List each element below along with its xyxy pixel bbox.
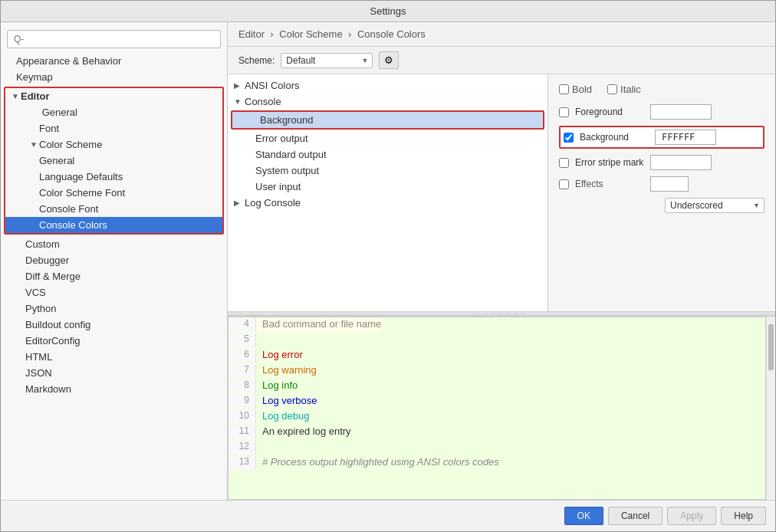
sidebar-item-label: Debugger [25,255,69,266]
error-stripe-checkbox[interactable] [559,158,569,168]
dialog-title: Settings [370,5,406,17]
sidebar-item-diff-merge[interactable]: Diff & Merge [1,268,227,284]
sidebar-item-editorconfig[interactable]: EditorConfig [1,333,227,349]
tree-item-label: System output [255,165,319,176]
preview-scrollbar[interactable] [766,317,775,500]
sidebar-item-label: Console Font [39,203,98,215]
preview-wrapper: 4 Bad command or file name 5 6 Log error [228,317,775,500]
scheme-bar: Scheme: Default Darcula High contrast ⚙ [228,47,775,74]
sidebar-item-python[interactable]: Python [1,300,227,317]
collapse-arrow-icon: ▼ [30,140,39,149]
tree-item-console[interactable]: ▼ Console [228,94,547,110]
sidebar-item-appearance[interactable]: Appearance & Behavior [1,53,227,69]
sidebar-item-markdown[interactable]: Markdown [1,381,227,397]
bold-label: Bold [572,84,592,95]
effects-type-select[interactable]: Underscored Bold underscored Dotted line… [665,198,764,213]
sidebar-item-json[interactable]: JSON [1,365,227,381]
help-button[interactable]: Help [721,507,766,525]
sidebar-item-color-scheme[interactable]: ▼ Color Scheme [5,136,222,153]
preview-line-10: 10 Log debug [229,409,765,425]
sidebar-item-label: Diff & Merge [25,271,81,282]
sidebar-item-label: VCS [25,287,46,298]
preview-code-area[interactable]: 4 Bad command or file name 5 6 Log error [228,317,766,500]
sidebar-item-console-font[interactable]: Console Font [5,201,222,217]
sidebar-item-general[interactable]: General [5,104,222,120]
bold-option: Bold [559,84,592,95]
line-text: An expired log entry [256,425,351,439]
effects-checkbox[interactable] [559,179,569,189]
sidebar-item-label: Color Scheme Font [39,187,125,199]
settings-dialog: Settings Appearance & Behavior Keymap ▼ … [0,0,776,532]
sidebar-item-editor[interactable]: ▼ Editor [5,88,222,104]
sidebar-item-cs-font[interactable]: Color Scheme Font [5,185,222,201]
tree-item-label: Error output [255,133,308,144]
sidebar-item-buildout[interactable]: Buildout config [1,317,227,333]
breadcrumb-part3: Console Colors [357,28,426,40]
scheme-select-wrap: Default Darcula High contrast [281,53,373,68]
main-panel: Editor › Color Scheme › Console Colors S… [228,22,775,500]
background-label: Background [580,132,649,143]
sidebar-item-label: Color Scheme [39,139,102,150]
tree-item-standard-output[interactable]: Standard output [228,146,547,163]
line-text: Log info [256,379,298,393]
titlebar: Settings [1,1,775,22]
italic-option: Italic [607,84,641,95]
bold-checkbox[interactable] [559,84,569,94]
tree-item-background[interactable]: Background [232,112,543,128]
error-stripe-color-input[interactable] [650,155,712,170]
sidebar-item-console-colors[interactable]: Console Colors [5,217,222,233]
tree-item-ansi-colors[interactable]: ▶ ANSI Colors [228,77,547,94]
foreground-row: Foreground [559,104,764,120]
ok-button[interactable]: OK [564,507,603,525]
effects-row: Effects [559,176,764,192]
sidebar-item-label: Console Colors [39,219,107,231]
background-row: Background [559,126,764,149]
sidebar-item-html[interactable]: HTML [1,349,227,365]
line-text: Log debug [256,410,309,424]
sidebar-item-label: JSON [25,367,52,379]
italic-checkbox[interactable] [607,84,617,94]
search-input[interactable] [7,30,221,48]
breadcrumb-part1: Editor [238,28,265,40]
collapse-arrow-icon: ▼ [234,97,245,106]
scheme-select[interactable]: Default Darcula High contrast [281,53,373,68]
sidebar-item-vcs[interactable]: VCS [1,284,227,300]
sidebar-item-cs-general[interactable]: General [5,153,222,169]
scrollbar-thumb[interactable] [768,324,774,370]
sidebar-item-keymap[interactable]: Keymap [1,69,227,85]
preview-area: 4 Bad command or file name 5 6 Log error [228,317,766,500]
tree-item-error-output[interactable]: Error output [228,130,547,146]
foreground-color-input[interactable] [650,104,712,120]
tree-item-system-output[interactable]: System output [228,163,547,179]
sidebar-item-label: Font [39,123,59,134]
sidebar-item-label: Buildout config [25,319,90,330]
cancel-button[interactable]: Cancel [608,507,663,525]
gear-button[interactable]: ⚙ [379,51,399,69]
preview-line-12: 12 [229,440,765,455]
effects-color-input[interactable] [650,176,689,192]
sidebar-item-label: Language Defaults [39,171,123,182]
tree-item-label: User input [255,181,301,192]
tree-item-label: Log Console [245,197,301,209]
tree-item-label: Background [260,114,313,126]
tree-item-user-input[interactable]: User input [228,179,547,195]
sidebar-item-custom[interactable]: Custom [1,236,227,252]
tree-item-log-console[interactable]: ▶ Log Console [228,195,547,211]
sidebar-item-lang-defaults[interactable]: Language Defaults [5,169,222,185]
background-color-input[interactable] [655,130,716,145]
preview-line-9: 9 Log verbose [229,394,765,409]
footer: OK Cancel Apply Help [1,500,775,531]
apply-button[interactable]: Apply [667,507,716,525]
sidebar-item-label: Appearance & Behavior [16,55,121,67]
error-stripe-label: Error stripe mark [575,157,644,168]
background-checkbox[interactable] [564,133,574,143]
line-text: Log verbose [256,395,317,409]
collapse-arrow-icon: ▼ [12,92,21,100]
sidebar-item-font[interactable]: Font [5,120,222,136]
foreground-checkbox[interactable] [559,107,569,117]
error-stripe-row: Error stripe mark [559,155,764,170]
style-options-row: Bold Italic [559,84,764,95]
breadcrumb-part2: Color Scheme [279,28,342,40]
scheme-label: Scheme: [238,55,275,66]
sidebar-item-debugger[interactable]: Debugger [1,252,227,268]
